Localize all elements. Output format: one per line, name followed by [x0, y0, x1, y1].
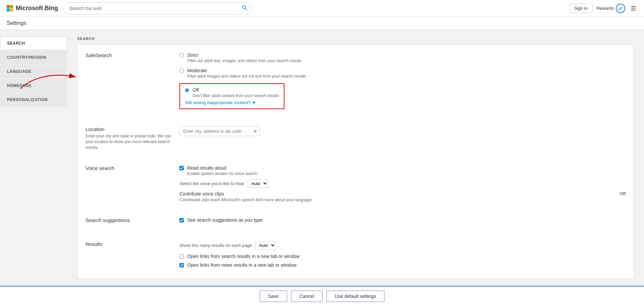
location-input[interactable] [179, 126, 260, 136]
page-title: Settings [7, 20, 26, 26]
location-label-col: Location Enter your city and state or po… [86, 126, 179, 150]
open-links-new-tab-checkbox[interactable] [179, 254, 184, 259]
safesearch-moderate-label: Moderate [187, 68, 306, 73]
search-button[interactable] [242, 5, 247, 12]
contribute-label: Contribute voice clips [179, 191, 313, 196]
read-aloud-label: Read results aloud [187, 165, 257, 171]
results-select-row: Show this many results on each page Auto… [179, 241, 626, 250]
rewards-label: Rewards [597, 6, 614, 11]
footer-bar: Save Cancel Use default settings [0, 286, 644, 302]
chevron-down-icon: ▼ [252, 100, 256, 105]
safesearch-strict-desc: Filter out adult text, images, and video… [187, 58, 302, 63]
svg-line-1 [246, 8, 247, 10]
search-suggestions-label-col: Search suggestions [86, 217, 179, 226]
save-button[interactable]: Save [260, 291, 287, 302]
sidebar-item-personalization[interactable]: PERSONALIZATION [0, 93, 67, 106]
voice-search-label: Voice search [86, 165, 179, 171]
results-label: Results [86, 241, 179, 247]
results-label-col: Results [86, 241, 179, 271]
read-aloud-desc: Enable spoken answer for voice search [187, 171, 257, 176]
location-controls: ✕ [179, 126, 626, 150]
safesearch-label: SafeSearch [86, 52, 179, 58]
safesearch-moderate-desc: Filter adult images and videos but not t… [187, 74, 306, 79]
rewards-button[interactable]: Rewards ☍ [597, 4, 625, 13]
search-input[interactable] [63, 2, 251, 14]
voice-select[interactable]: Auto [248, 179, 268, 188]
search-suggestions-controls: See search suggestions as you type [179, 217, 626, 226]
read-aloud-checkbox[interactable] [179, 166, 184, 170]
location-desc: Enter your city and state or postal code… [86, 133, 179, 150]
sidebar-item-language[interactable]: LANGUAGE [0, 65, 67, 78]
section-header: SEARCH [77, 37, 634, 41]
voice-select-row: Select the voice you'd like to hear Auto [179, 179, 626, 188]
sidebar-item-homepage[interactable]: HOMEPAGE [0, 79, 67, 92]
use-default-settings-button[interactable]: Use default settings [326, 291, 384, 302]
contribute-desc: Contributed clips teach Microsoft's spee… [179, 198, 313, 202]
open-news-new-tab-checkbox[interactable] [179, 263, 184, 267]
open-links-label: Open links from search results in a new … [187, 254, 300, 259]
location-label: Location [86, 126, 179, 132]
content-area: SEARCH SafeSearch Strict Filter out adul… [67, 30, 644, 302]
safesearch-controls: Strict Filter out adult text, images, an… [179, 52, 626, 111]
logo-area: Microsoft Bing [7, 5, 58, 12]
safesearch-strict-label: Strict [187, 52, 302, 58]
safesearch-moderate-option: Moderate Filter adult images and videos … [179, 68, 626, 79]
voice-search-row: Voice search Read results aloud Enable s… [77, 158, 634, 210]
voice-search-controls: Read results aloud Enable spoken answer … [179, 165, 626, 202]
show-many-label: Show this many results on each page [179, 243, 252, 248]
header-right: Sign in Rewards ☍ ☰ [569, 3, 637, 13]
location-row: Location Enter your city and state or po… [77, 119, 634, 158]
settings-card: SafeSearch Strict Filter out adult text,… [77, 45, 634, 279]
voice-select-label: Select the voice you'd like to hear [179, 181, 244, 186]
cancel-button[interactable]: Cancel [291, 291, 323, 302]
results-row: Results Show this many results on each p… [77, 234, 634, 278]
search-suggestions-label: Search suggestions [86, 217, 179, 223]
location-clear-button[interactable]: ✕ [253, 129, 257, 134]
safesearch-row: SafeSearch Strict Filter out adult text,… [77, 45, 634, 119]
rewards-icon: ☍ [616, 4, 625, 13]
results-controls: Show this many results on each page Auto… [179, 241, 626, 271]
safesearch-off-desc: Don't filter adult content from your sea… [193, 93, 279, 98]
logo-text: Microsoft Bing [16, 5, 58, 12]
safesearch-strict-option: Strict Filter out adult text, images, an… [179, 52, 626, 63]
search-bar-container [63, 2, 251, 14]
bing-logo-icon [7, 5, 13, 11]
contribute-value: Off [620, 191, 626, 196]
open-links-new-tab-row: Open links from search results in a new … [179, 254, 626, 259]
safesearch-strict-radio[interactable] [179, 53, 184, 57]
still-seeing-link[interactable]: Still seeing inappropriate content? ▼ [185, 100, 279, 105]
results-per-page-select[interactable]: Auto 10 20 30 50 [255, 241, 276, 250]
voice-search-label-col: Voice search [86, 165, 179, 202]
safesearch-off-option: Off Don't filter adult content from your… [185, 87, 279, 98]
safesearch-off-highlight-box: Off Don't filter adult content from your… [179, 83, 284, 109]
location-input-wrap: ✕ [179, 126, 260, 136]
open-news-label: Open links from news results in a new ta… [187, 262, 297, 268]
search-suggestions-cb-label: See search suggestions as you type [187, 217, 263, 223]
read-aloud-row: Read results aloud Enable spoken answer … [179, 165, 626, 176]
safesearch-label-col: SafeSearch [86, 52, 179, 111]
sidebar-item-search[interactable]: SEARCH [0, 37, 67, 50]
sidebar: SEARCH COUNTRY/REGION LANGUAGE HOMEPAGE … [0, 30, 67, 302]
open-news-new-tab-row: Open links from news results in a new ta… [179, 262, 626, 268]
page-title-bar: Settings [0, 17, 644, 30]
sign-in-button[interactable]: Sign in [569, 3, 593, 13]
hamburger-menu-button[interactable]: ☰ [629, 3, 637, 13]
safesearch-moderate-radio[interactable] [179, 69, 184, 73]
search-suggestions-checkbox[interactable] [179, 218, 184, 222]
header: Microsoft Bing Sign in Rewards ☍ ☰ [0, 0, 644, 17]
main-layout: SEARCH COUNTRY/REGION LANGUAGE HOMEPAGE … [0, 30, 644, 302]
search-suggestions-row: Search suggestions See search suggestion… [77, 210, 634, 234]
safesearch-off-label: Off [193, 87, 279, 93]
sidebar-item-country-region[interactable]: COUNTRY/REGION [0, 51, 67, 64]
search-suggestions-checkbox-row: See search suggestions as you type [179, 217, 626, 223]
safesearch-off-radio[interactable] [185, 88, 189, 92]
contribute-voice-clips-row: Contribute voice clips Contributed clips… [179, 191, 626, 202]
